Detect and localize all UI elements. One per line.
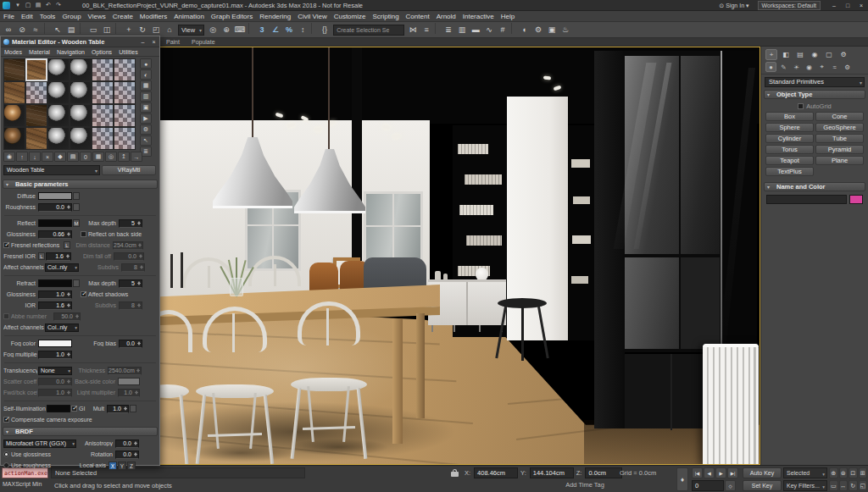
object-type-rollout[interactable]: Object Type <box>764 90 865 99</box>
systems-category-icon[interactable]: ⚙ <box>842 62 853 72</box>
hierarchy-tab-icon[interactable]: ▤ <box>794 49 806 60</box>
pan-icon[interactable]: ↔ <box>839 480 849 491</box>
add-time-tag-button[interactable]: Add Time Tag <box>542 481 627 489</box>
local-axis-y-toggle[interactable]: Y <box>118 462 126 470</box>
sphere-button[interactable]: Sphere <box>765 123 814 132</box>
minimize-icon[interactable]: – <box>137 37 148 47</box>
workspaces-dropdown[interactable]: Workspaces: Default <box>758 1 821 10</box>
current-frame-field[interactable]: 0 <box>692 480 724 491</box>
save-icon[interactable]: ▤ <box>33 1 43 10</box>
material-slot[interactable] <box>47 81 70 104</box>
new-scene-icon[interactable]: ▢ <box>23 1 33 10</box>
material-editor-icon[interactable]: ◐ <box>518 23 531 37</box>
material-class-button[interactable]: VRayMtl <box>102 165 156 175</box>
material-editor-menu-item[interactable]: Material <box>25 47 53 56</box>
x-coordinate-field[interactable]: 408.46cm <box>474 467 518 478</box>
play-button[interactable]: ▶ <box>715 467 726 478</box>
refract-max-depth-field[interactable]: 5 <box>119 279 142 288</box>
bind-to-space-warp-icon[interactable]: ≈ <box>29 23 42 37</box>
fog-multiplier-field[interactable]: 1.0 <box>38 351 72 359</box>
display-tab-icon[interactable]: ▢ <box>823 49 835 60</box>
fwd-bck-coeff-field[interactable]: 1.0 <box>38 389 72 397</box>
material-slot[interactable] <box>47 58 70 81</box>
material-editor-menu-item[interactable]: Options <box>88 47 115 56</box>
geosphere-button[interactable]: GeoSphere <box>815 123 864 132</box>
named-selection-set-combo[interactable] <box>333 25 404 36</box>
perspective-viewport[interactable] <box>159 47 760 465</box>
tube-button[interactable]: Tube <box>815 134 864 143</box>
rotation-field[interactable]: 0.0 <box>115 451 139 459</box>
maximize-viewport-icon[interactable]: ◱ <box>859 480 868 491</box>
reflect-glossiness-field[interactable]: 0.66 <box>38 230 72 239</box>
background-icon[interactable]: ▦ <box>140 80 152 91</box>
reference-coordinate-dropdown[interactable]: View <box>178 25 204 36</box>
put-to-scene-icon[interactable]: ↑ <box>16 152 28 162</box>
zoom-region-icon[interactable]: ▭ <box>829 480 838 491</box>
material-slot[interactable] <box>70 127 92 150</box>
close-icon[interactable]: × <box>148 37 159 47</box>
create-tab-icon[interactable]: + <box>765 49 777 60</box>
refract-ior-field[interactable]: 1.6 <box>38 301 72 310</box>
anisotropy-field[interactable]: 0.0 <box>115 439 139 448</box>
refract-subdivs-field[interactable]: 8 <box>119 301 142 310</box>
layer-explorer-icon[interactable]: ▥ <box>455 23 469 37</box>
material-slot[interactable] <box>3 104 25 127</box>
zoom-extents-all-icon[interactable]: ⊞ <box>859 467 868 478</box>
material-slot[interactable] <box>70 58 92 81</box>
app-menu-caret-icon[interactable]: ▾ <box>13 1 23 10</box>
menu-item[interactable]: Rendering <box>256 11 294 21</box>
use-pivot-center-icon[interactable]: ◎ <box>206 23 220 37</box>
plane-button[interactable]: Plane <box>815 156 864 165</box>
diffuse-map-button[interactable] <box>73 192 80 200</box>
material-slot[interactable] <box>92 58 114 81</box>
select-and-scale-icon[interactable]: ◰ <box>149 23 163 37</box>
menu-item[interactable]: Tools <box>36 11 59 21</box>
previous-frame-button[interactable]: ◀ <box>704 467 715 478</box>
material-slot[interactable] <box>3 127 25 150</box>
light-multiplier-field[interactable]: 1.0 <box>118 389 140 397</box>
material-slot[interactable] <box>25 81 47 104</box>
material-slot[interactable] <box>92 104 114 127</box>
fresnel-reflections-checkbox[interactable]: Fresnel reflections <box>3 242 63 248</box>
cameras-category-icon[interactable]: ◉ <box>804 62 815 72</box>
primitive-category-dropdown[interactable]: Standard Primitives <box>765 77 865 87</box>
ribbon-toggle-icon[interactable]: ▬ <box>469 23 482 37</box>
select-and-link-icon[interactable]: ∞ <box>2 23 15 37</box>
zoom-icon[interactable]: ⊕ <box>829 467 838 478</box>
show-end-result-icon[interactable]: ◎ <box>105 152 117 162</box>
translucency-dropdown[interactable]: None <box>38 367 72 375</box>
material-slot[interactable] <box>114 104 136 127</box>
y-coordinate-field[interactable]: 144.104cm <box>530 467 574 478</box>
menu-item[interactable]: Views <box>85 11 109 21</box>
spinner-snap-icon[interactable]: ↕ <box>296 23 309 37</box>
mirror-icon[interactable]: ⋈ <box>406 23 420 37</box>
sign-in-button[interactable]: ⊙Sign In ▾ <box>719 3 748 9</box>
self-illumination-mult-field[interactable]: 1.0 <box>107 405 129 413</box>
diffuse-color-swatch[interactable] <box>38 192 72 200</box>
fresnel-ior-field[interactable]: 1.6 <box>46 252 71 261</box>
zoom-extents-icon[interactable]: ⊡ <box>849 467 858 478</box>
menu-item[interactable]: Help <box>498 11 518 21</box>
fresnel-lock-button[interactable]: L <box>64 241 70 249</box>
select-by-material-icon[interactable]: ↖ <box>140 135 152 146</box>
select-by-name-icon[interactable]: ▤ <box>64 23 78 37</box>
refract-color-swatch[interactable] <box>38 279 72 287</box>
use-roughness-radio[interactable]: Use roughness <box>3 462 76 468</box>
select-object-icon[interactable]: ↖ <box>51 23 64 37</box>
abbe-number-field[interactable]: 50.0 <box>53 312 81 321</box>
lights-category-icon[interactable]: ☀ <box>791 62 802 72</box>
options-icon[interactable]: ⚙ <box>140 124 152 135</box>
scene-explorer-icon[interactable]: ≣ <box>442 23 455 37</box>
rendered-frame-icon[interactable]: ▣ <box>545 23 559 37</box>
local-axis-z-toggle[interactable]: Z <box>127 462 136 470</box>
scatter-coeff-field[interactable]: 0.0 <box>38 378 72 386</box>
reflect-affect-channels-dropdown[interactable]: Col..nly <box>45 263 79 272</box>
fog-color-swatch[interactable] <box>38 340 72 347</box>
app-logo-icon[interactable] <box>3 2 10 9</box>
motion-tab-icon[interactable]: ◉ <box>809 49 821 60</box>
dim-distance-field[interactable]: 254.0cm <box>113 241 143 250</box>
make-unique-icon[interactable]: ◆ <box>54 152 66 162</box>
self-illumination-swatch[interactable] <box>47 405 70 412</box>
pyramid-button[interactable]: Pyramid <box>815 145 864 154</box>
key-filters-button[interactable]: Key Filters... <box>783 480 827 491</box>
